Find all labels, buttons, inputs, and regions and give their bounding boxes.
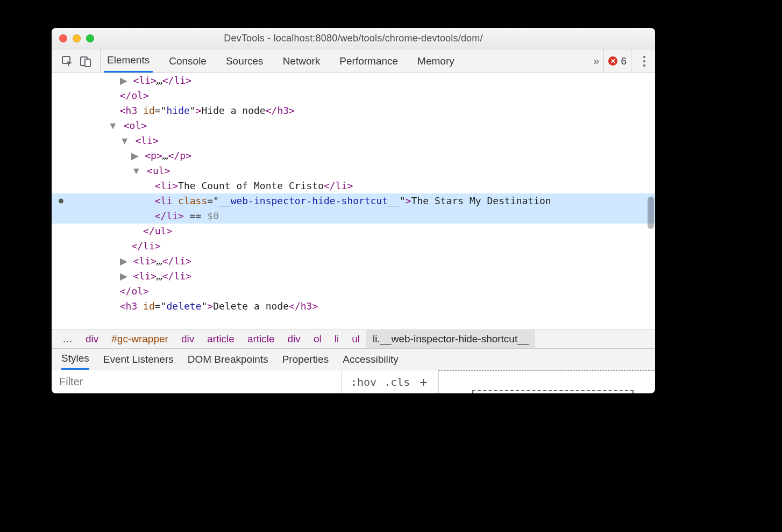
- token-tag: li: [174, 75, 186, 86]
- token-tag: li: [166, 210, 178, 221]
- token-attr: id: [143, 300, 155, 312]
- token-punct: <: [155, 195, 161, 206]
- token-punct: >: [178, 210, 184, 221]
- close-icon[interactable]: [59, 34, 67, 42]
- dom-line[interactable]: </ol>: [52, 284, 655, 299]
- breadcrumb-item[interactable]: article: [241, 333, 281, 345]
- breadcrumb-item[interactable]: li: [328, 333, 345, 345]
- dom-line[interactable]: <li class="__web-inspector-hide-shortcut…: [52, 193, 655, 209]
- dom-line[interactable]: ▼ <li>: [52, 133, 655, 148]
- token-tag: li: [336, 180, 347, 191]
- error-counter[interactable]: ✕ 6: [603, 49, 631, 73]
- expand-toggle-icon[interactable]: ▼: [131, 166, 141, 176]
- zoom-icon[interactable]: [86, 34, 94, 42]
- dom-line[interactable]: ▶ <li>…</li>: [52, 254, 655, 269]
- tab-memory[interactable]: Memory: [414, 49, 458, 73]
- token-tag: li: [143, 240, 155, 251]
- window-title: DevTools - localhost:8080/web/tools/chro…: [52, 28, 655, 49]
- scrollbar-thumb[interactable]: [648, 197, 654, 229]
- expand-toggle-icon[interactable]: ▶: [120, 75, 127, 86]
- dom-line[interactable]: ▶ <li>…</li>: [52, 269, 655, 284]
- main-toolbar: ElementsConsoleSourcesNetworkPerformance…: [52, 49, 655, 73]
- dom-line[interactable]: <h3 id="delete">Delete a node</h3>: [52, 299, 655, 314]
- token-val: delete: [166, 300, 201, 312]
- breadcrumb-item[interactable]: …: [56, 333, 79, 345]
- breadcrumb-item[interactable]: div: [281, 333, 307, 345]
- dom-line[interactable]: </ol>: [52, 88, 655, 103]
- elements-tree[interactable]: ▶ <li>…</li> </ol> <h3 id="hide">Hide a …: [52, 73, 655, 329]
- dom-line[interactable]: </li>: [52, 239, 655, 254]
- subtab-event-listeners[interactable]: Event Listeners: [103, 349, 174, 370]
- token-punct: >: [153, 135, 159, 146]
- styles-filter-input[interactable]: [52, 370, 342, 393]
- token-punct: </: [131, 240, 143, 251]
- token-punct: >: [172, 180, 178, 191]
- token-txt: ==: [184, 210, 207, 221]
- breadcrumb-item[interactable]: article: [201, 333, 241, 345]
- tab-network[interactable]: Network: [280, 49, 324, 73]
- settings-menu-icon[interactable]: [639, 56, 650, 67]
- device-toggle-icon[interactable]: [80, 55, 91, 67]
- expand-toggle-icon[interactable]: ▶: [120, 256, 127, 267]
- expand-toggle-icon[interactable]: ▶: [120, 271, 127, 282]
- token-txt: ": [400, 195, 406, 206]
- token-punct: </: [324, 180, 336, 191]
- expand-toggle-icon[interactable]: ▼: [120, 135, 130, 146]
- token-punct: >: [143, 285, 149, 297]
- breadcrumb-item[interactable]: div: [79, 333, 105, 345]
- subtab-properties[interactable]: Properties: [282, 349, 329, 370]
- token-tag: ol: [131, 285, 143, 297]
- token-tag: li: [139, 255, 151, 267]
- dom-line[interactable]: ▶ <p>…</p>: [52, 148, 655, 163]
- token-txt: The Stars My Destination: [411, 195, 551, 206]
- token-tag: ul: [153, 165, 165, 176]
- breadcrumb-item[interactable]: #gc-wrapper: [105, 333, 175, 345]
- error-count: 6: [621, 55, 627, 67]
- hov-toggle[interactable]: :hov: [351, 376, 376, 389]
- devtools-window: DevTools - localhost:8080/web/tools/chro…: [52, 28, 655, 393]
- box-model-preview: [439, 370, 655, 393]
- expand-toggle-icon[interactable]: ▼: [108, 120, 118, 131]
- token-val: hide: [166, 105, 189, 116]
- dom-line[interactable]: ▶ <li>…</li>: [52, 73, 655, 88]
- subtab-dom-breakpoints[interactable]: DOM Breakpoints: [188, 349, 268, 370]
- dom-line[interactable]: ▼ <ol>: [52, 118, 655, 133]
- minimize-icon[interactable]: [73, 34, 81, 42]
- subtab-styles[interactable]: Styles: [61, 349, 89, 370]
- token-tag: li: [161, 195, 173, 206]
- new-style-rule-button[interactable]: +: [417, 375, 429, 390]
- token-punct: <: [133, 255, 139, 267]
- token-txt: ": [190, 105, 196, 116]
- inspect-icon[interactable]: [61, 55, 73, 67]
- token-punct: >: [155, 240, 161, 251]
- expand-toggle-icon[interactable]: ▶: [131, 150, 139, 161]
- tab-console[interactable]: Console: [166, 49, 210, 73]
- breadcrumb-item[interactable]: ul: [345, 333, 366, 345]
- cls-toggle[interactable]: .cls: [384, 376, 410, 389]
- dom-line[interactable]: <li>The Count of Monte Cristo</li>: [52, 178, 655, 193]
- breadcrumb-item[interactable]: ol: [307, 333, 328, 345]
- token-punct: <: [120, 105, 126, 116]
- token-txt: [137, 105, 143, 116]
- token-punct: </: [168, 150, 180, 161]
- svg-rect-2: [85, 59, 90, 67]
- breadcrumb-item[interactable]: div: [175, 333, 201, 345]
- styles-toolbar: :hov .cls +: [52, 370, 655, 393]
- dom-line[interactable]: <h3 id="hide">Hide a node</h3>: [52, 103, 655, 118]
- dom-line[interactable]: </ul>: [52, 224, 655, 239]
- token-punct: <: [124, 120, 130, 131]
- token-tag: h3: [126, 105, 138, 116]
- token-punct: </: [289, 300, 301, 312]
- token-tag: ol: [131, 90, 143, 101]
- token-punct: >: [186, 255, 191, 267]
- token-tag: h3: [126, 300, 138, 312]
- tab-elements[interactable]: Elements: [104, 49, 153, 73]
- tab-sources[interactable]: Sources: [223, 49, 267, 73]
- breadcrumb-item[interactable]: li.__web-inspector-hide-shortcut__: [366, 330, 535, 348]
- token-tag: p: [151, 150, 157, 161]
- tab-performance[interactable]: Performance: [336, 49, 401, 73]
- subtab-accessibility[interactable]: Accessibility: [343, 349, 398, 370]
- overflow-icon[interactable]: »: [593, 55, 596, 67]
- dom-line[interactable]: </li> == $0: [52, 209, 655, 224]
- dom-line[interactable]: ▼ <ul>: [52, 163, 655, 178]
